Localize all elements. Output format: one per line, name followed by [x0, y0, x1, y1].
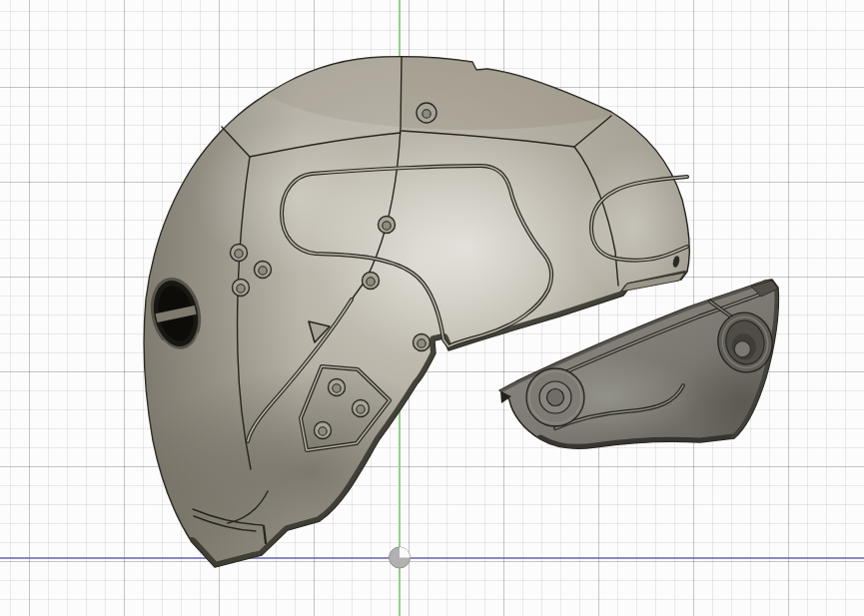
screw [417, 103, 436, 123]
screw [231, 245, 248, 262]
screw [315, 422, 332, 439]
helmet-shell[interactable] [135, 30, 693, 579]
screw [233, 280, 250, 297]
origin-quadrant [400, 547, 411, 558]
screw [255, 262, 272, 279]
model-svg [0, 0, 864, 616]
hinge-disc [526, 368, 584, 426]
screw [353, 400, 370, 417]
screw [363, 273, 380, 290]
screw [379, 217, 396, 234]
origin-point[interactable] [390, 547, 411, 568]
cad-viewport-canvas[interactable] [0, 0, 864, 616]
screw [329, 379, 346, 396]
screw [414, 334, 431, 351]
